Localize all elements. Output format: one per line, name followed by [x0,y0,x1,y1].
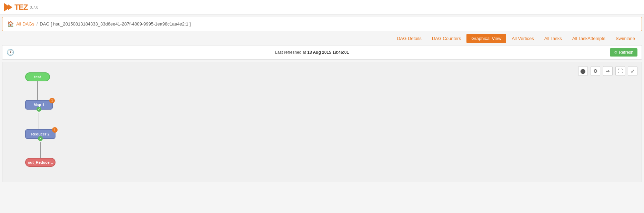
tab-dag-counters[interactable]: DAG Counters [427,34,466,43]
tez-logo [4,3,12,11]
tab-all-tasks[interactable]: All Tasks [540,34,567,43]
clock-icon: 🕐 [7,49,14,56]
node-map1[interactable]: Map 1 1 ✓ [25,100,53,110]
breadcrumb-separator: / [37,21,38,27]
node-reducer2-check: ✓ [38,136,43,141]
refresh-icon: ↻ [614,50,617,55]
node-map1-badge: 1 [49,98,55,103]
node-map1-label: Map 1 [33,103,44,107]
breadcrumb-dag-id: DAG [ hsu_20150813184333_33d6ee41-287f-4… [40,21,191,27]
node-out-reducer[interactable]: out_Reducer.. [25,158,56,167]
refresh-timestamp: 13 Aug 2015 18:46:01 [307,50,349,55]
node-reducer2-label: Reducer 2 [31,132,49,136]
all-dags-link[interactable]: All DAGs [16,21,34,27]
node-map1-check: ✓ [37,107,41,112]
node-test-label: test [34,75,41,79]
refresh-info: Last refreshed at 13 Aug 2015 18:46:01 [275,50,349,55]
tab-dag-details[interactable]: DAG Details [392,34,426,43]
node-reducer2-badge: 1 [52,127,58,133]
node-reducer2[interactable]: Reducer 2 1 ✓ [25,129,56,139]
nav-tabs: DAG Details DAG Counters Graphical View … [0,31,644,43]
dag-canvas: test Map 1 1 ✓ Reducer 2 1 ✓ out_Reducer… [2,62,642,182]
tab-swimlane[interactable]: Swimlane [611,34,640,43]
last-refreshed-label: Last refreshed at [275,50,306,55]
top-bar: TEZ 0.7.0 [0,0,644,15]
node-test[interactable]: test [25,72,50,81]
tab-all-vertices[interactable]: All Vertices [507,34,539,43]
app-name: TEZ [14,3,28,12]
refresh-button[interactable]: ↻ Refresh [610,48,637,57]
refresh-button-label: Refresh [619,50,633,55]
graph-area: ⬤ ⚙ ⇒ ⛶ ⤢ test Map 1 [2,62,642,182]
refresh-bar: 🕐 Last refreshed at 13 Aug 2015 18:46:01… [2,45,642,60]
dag-edges-svg [2,62,642,182]
breadcrumb-bar: 🏠 All DAGs / DAG [ hsu_20150813184333_33… [2,17,642,31]
tab-all-task-attempts[interactable]: All TaskAttempts [567,34,610,43]
app-version: 0.7.0 [30,5,38,9]
node-out-reducer-label: out_Reducer.. [28,160,53,164]
tez-logo-arrow-small [8,4,12,10]
home-icon: 🏠 [7,21,14,27]
tab-graphical-view[interactable]: Graphical View [466,34,506,43]
